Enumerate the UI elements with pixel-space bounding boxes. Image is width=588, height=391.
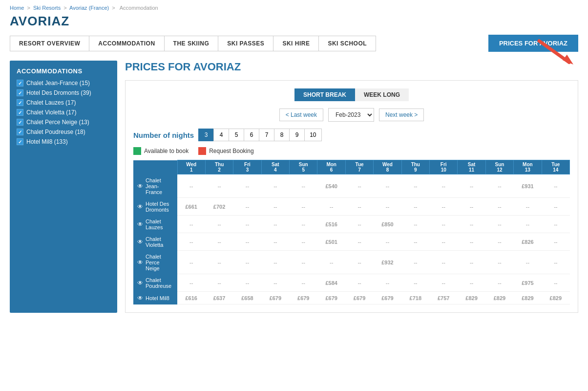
sidebar-item-chalet-lauzes[interactable]: Chalet Lauzes (17)	[17, 99, 110, 106]
checkbox-chalet-jean-france[interactable]	[17, 80, 23, 87]
accommodation-cell-2[interactable]: 👁 Chalet Lauzes	[133, 216, 177, 233]
checkbox-chalet-poudreuse[interactable]	[17, 129, 23, 135]
price-cell: £661	[177, 198, 205, 216]
nav-ski-passes[interactable]: SKI PASSES	[218, 36, 273, 51]
sidebar-label-chalet-jean-france: Chalet Jean-France (15)	[26, 80, 90, 87]
prices-section-title: PRICES FOR AVORIAZ	[125, 61, 578, 73]
price-cell: --	[374, 274, 401, 292]
price-cell: --	[485, 251, 513, 274]
night-btn-3[interactable]: 3	[198, 129, 214, 141]
last-week-button[interactable]: < Last week	[279, 109, 323, 121]
price-cell: £829	[485, 292, 513, 304]
night-btn-7[interactable]: 7	[259, 129, 274, 141]
price-cell: £829	[542, 292, 569, 304]
price-cell: --	[261, 274, 289, 292]
nav-ski-hire[interactable]: SKI HIRE	[273, 36, 319, 51]
night-btn-6[interactable]: 6	[244, 129, 259, 141]
day-header: Sun5	[290, 160, 317, 174]
day-header: Mon13	[514, 160, 542, 174]
breadcrumb: Home > Ski Resorts > Avoriaz (France) > …	[10, 5, 578, 11]
eye-icon: 👁	[137, 259, 143, 266]
price-cell: --	[317, 251, 345, 274]
sidebar-item-hotel-mil8[interactable]: Hotel Mil8 (133)	[17, 138, 110, 145]
prices-panel: SHORT BREAK WEEK LONG < Last week Feb-20…	[125, 80, 578, 313]
table-row: 👁 Chalet Poudreuse ----------£584-------…	[133, 274, 570, 292]
night-btn-9[interactable]: 9	[289, 129, 305, 141]
sidebar-item-chalet-poudreuse[interactable]: Chalet Poudreuse (18)	[17, 129, 110, 135]
sidebar-label-chalet-perce-neige: Chalet Perce Neige (13)	[26, 119, 89, 126]
legend-green-dot	[133, 147, 141, 155]
checkbox-chalet-perce-neige[interactable]	[17, 119, 23, 126]
price-cell: --	[458, 251, 485, 274]
price-cell: --	[542, 216, 569, 233]
price-cell: £829	[458, 292, 485, 304]
price-cell: £616	[177, 292, 205, 304]
price-cell: --	[233, 216, 261, 233]
accommodation-cell-3[interactable]: 👁 Chalet Violetta	[133, 233, 177, 251]
nav-resort-overview[interactable]: RESORT OVERVIEW	[10, 36, 89, 51]
sidebar-item-chalet-jean-france[interactable]: Chalet Jean-France (15)	[17, 80, 110, 87]
eye-icon: 👁	[137, 221, 143, 228]
price-cell: --	[233, 251, 261, 274]
night-btn-10[interactable]: 10	[304, 129, 321, 141]
price-cell: --	[290, 251, 317, 274]
night-btn-8[interactable]: 8	[274, 129, 290, 141]
price-cell: --	[177, 216, 205, 233]
price-cell: £679	[374, 292, 401, 304]
day-header: Wed1	[177, 160, 205, 174]
accommodation-cell-5[interactable]: 👁 Chalet Poudreuse	[133, 274, 177, 292]
sidebar-label-hotel-des-dromonts: Hotel Des Dromonts (39)	[26, 89, 91, 96]
checkbox-chalet-violetta[interactable]	[17, 109, 23, 116]
price-cell: --	[430, 174, 458, 198]
checkbox-hotel-des-dromonts[interactable]	[17, 89, 23, 96]
night-btn-5[interactable]: 5	[229, 129, 244, 141]
price-cell: --	[345, 174, 373, 198]
table-row: 👁 Chalet Lauzes ----------£516--£850----…	[133, 216, 570, 233]
accommodation-cell-1[interactable]: 👁 Hotel Des Dromonts	[133, 198, 177, 216]
accommodation-cell-0[interactable]: 👁 Chalet Jean-France	[133, 174, 177, 198]
day-header: Thu9	[401, 160, 429, 174]
checkbox-chalet-lauzes[interactable]	[17, 99, 23, 106]
price-cell: --	[458, 274, 485, 292]
price-cell: --	[205, 216, 233, 233]
nav-the-skiing[interactable]: THE SKIING	[164, 36, 219, 51]
sidebar-item-hotel-des-dromonts[interactable]: Hotel Des Dromonts (39)	[17, 89, 110, 96]
eye-icon: 👁	[137, 239, 143, 245]
accommodation-cell-4[interactable]: 👁 Chalet Perce Neige	[133, 251, 177, 274]
accommodation-name: Chalet Poudreuse	[146, 277, 173, 289]
table-row: 👁 Chalet Jean-France ----------£540-----…	[133, 174, 570, 198]
eye-icon: 👁	[137, 203, 143, 210]
sidebar-item-chalet-violetta[interactable]: Chalet Violetta (17)	[17, 109, 110, 116]
price-cell: --	[401, 274, 429, 292]
price-cell: £931	[514, 174, 542, 198]
price-cell: £975	[514, 274, 542, 292]
price-cell: --	[485, 274, 513, 292]
month-select[interactable]: Feb-2023 Mar-2023 Jan-2023	[328, 108, 374, 122]
price-cell: --	[345, 198, 373, 216]
price-cell: £850	[374, 216, 401, 233]
nav-ski-school[interactable]: SKI SCHOOL	[318, 36, 376, 51]
next-week-button[interactable]: Next week >	[379, 109, 424, 121]
price-cell: £658	[233, 292, 261, 304]
price-cell: --	[345, 274, 373, 292]
price-cell: --	[485, 198, 513, 216]
tab-week-long[interactable]: WEEK LONG	[355, 88, 409, 101]
sidebar-item-chalet-perce-neige[interactable]: Chalet Perce Neige (13)	[17, 119, 110, 126]
price-cell: --	[514, 251, 542, 274]
price-cell: --	[290, 216, 317, 233]
tab-short-break[interactable]: SHORT BREAK	[294, 88, 355, 101]
table-row: 👁 Chalet Perce Neige --------------£932-…	[133, 251, 570, 274]
nav-accommodation[interactable]: ACCOMMODATION	[89, 36, 164, 51]
sidebar-label-chalet-poudreuse: Chalet Poudreuse (18)	[26, 129, 85, 135]
eye-icon: 👁	[137, 183, 143, 190]
day-header: Sun12	[485, 160, 513, 174]
checkbox-hotel-mil8[interactable]	[17, 138, 23, 145]
accommodation-cell-6[interactable]: 👁 Hotel Mil8	[133, 292, 177, 304]
price-cell: --	[345, 216, 373, 233]
price-cell: --	[374, 198, 401, 216]
price-cell: £679	[261, 292, 289, 304]
night-btn-4[interactable]: 4	[213, 129, 229, 141]
price-cell: --	[374, 233, 401, 251]
accommodation-name: Hotel Des Dromonts	[146, 201, 173, 213]
accommodation-name: Chalet Violetta	[146, 236, 173, 248]
